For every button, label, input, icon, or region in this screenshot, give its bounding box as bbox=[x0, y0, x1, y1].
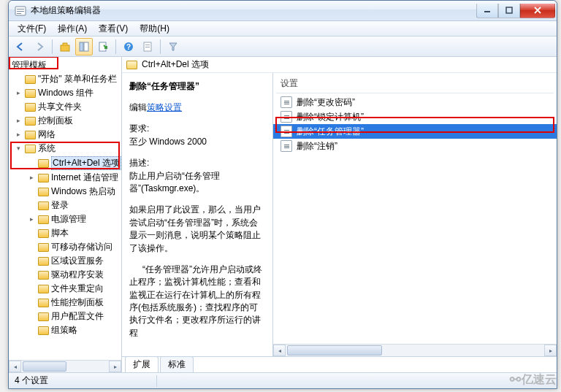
expander-closed-icon[interactable]: ▸ bbox=[28, 173, 36, 181]
svg-rect-1 bbox=[17, 9, 24, 9]
svg-text:?: ? bbox=[126, 43, 131, 51]
tree-item[interactable]: 登录 bbox=[9, 199, 121, 212]
tree-item[interactable]: ▸Windows 组件 bbox=[9, 86, 121, 100]
right-header: Ctrl+Alt+Del 选项 bbox=[122, 57, 557, 73]
tab-standard[interactable]: 标准 bbox=[160, 356, 194, 372]
tree-item[interactable]: 文件夹重定向 bbox=[9, 282, 121, 296]
close-button[interactable] bbox=[520, 4, 555, 18]
menu-view[interactable]: 查看(V) bbox=[93, 21, 134, 36]
scroll-right-button[interactable]: ▸ bbox=[544, 345, 557, 356]
menu-file[interactable]: 文件(F) bbox=[12, 21, 52, 36]
setting-item[interactable]: 删除“注销” bbox=[273, 139, 557, 153]
expander-closed-icon[interactable]: ▸ bbox=[15, 88, 23, 96]
tree-item[interactable]: 可移动存储访问 bbox=[9, 240, 121, 254]
tree-item[interactable]: ▸电源管理 bbox=[9, 212, 121, 226]
scroll-left-button[interactable]: ◂ bbox=[273, 345, 286, 356]
tree-item[interactable]: 区域设置服务 bbox=[9, 254, 121, 268]
folder-icon bbox=[38, 312, 49, 321]
folder-icon bbox=[38, 215, 49, 224]
show-hide-tree-button[interactable] bbox=[75, 38, 93, 55]
setting-item[interactable]: 删除“更改密码” bbox=[273, 95, 557, 109]
tree-header: 管理模板 bbox=[9, 58, 121, 72]
export-list-button[interactable] bbox=[94, 38, 112, 55]
tree-item[interactable]: ▸网络 bbox=[9, 128, 121, 142]
expander-closed-icon[interactable]: ▸ bbox=[15, 116, 23, 124]
up-button[interactable] bbox=[56, 38, 74, 55]
tree-item-label: 文件夹重定向 bbox=[51, 283, 104, 295]
tree-item-label: 脚本 bbox=[51, 227, 69, 239]
tree-item-label: Internet 通信管理 bbox=[51, 172, 118, 184]
tree-item-label: 电源管理 bbox=[51, 213, 86, 226]
folder-icon bbox=[25, 131, 36, 139]
forward-button[interactable] bbox=[31, 38, 48, 55]
tree-item-label: Windows 热启动 bbox=[51, 185, 115, 198]
window-title: 本地组策略编辑器 bbox=[31, 4, 476, 17]
toolbar: ? bbox=[9, 36, 557, 57]
tree-item[interactable]: 共享文件夹 bbox=[9, 100, 121, 114]
description-p3: “任务管理器”允许用户启动或终止程序；监视计算机性能；查看和监视正在运行在计算机… bbox=[129, 264, 265, 339]
scroll-thumb[interactable] bbox=[287, 345, 382, 356]
tab-extended[interactable]: 扩展 bbox=[125, 356, 159, 372]
folder-icon bbox=[38, 229, 49, 238]
status-separator bbox=[156, 375, 157, 387]
main-window: 本地组策略编辑器 文件(F) 操作(A) 查看(V) 帮助(H) ? 管理模板 … bbox=[8, 0, 557, 389]
expander-closed-icon[interactable]: ▸ bbox=[28, 215, 36, 223]
titlebar[interactable]: 本地组策略编辑器 bbox=[9, 1, 557, 21]
svg-rect-5 bbox=[506, 7, 512, 13]
expander-closed-icon[interactable]: ▸ bbox=[15, 130, 23, 138]
tree-scrollbar[interactable]: ◂ ▸ bbox=[9, 360, 121, 372]
content-body: 管理模板 "开始" 菜单和任务栏▸Windows 组件共享文件夹▸控制面板▸网络… bbox=[9, 57, 557, 372]
menu-help[interactable]: 帮助(H) bbox=[134, 21, 175, 36]
folder-icon bbox=[38, 299, 49, 307]
status-text: 4 个设置 bbox=[15, 374, 48, 387]
tree-item-label: 用户配置文件 bbox=[51, 310, 104, 323]
scroll-right-button[interactable]: ▸ bbox=[109, 361, 121, 372]
settings-list: 删除“更改密码”删除“锁定计算机”删除“任务管理器”删除“注销” bbox=[273, 95, 557, 153]
properties-button[interactable] bbox=[139, 38, 156, 55]
minimize-button[interactable] bbox=[476, 4, 498, 18]
policy-icon bbox=[280, 96, 292, 108]
setting-label: 删除“更改密码” bbox=[297, 96, 355, 109]
folder-icon bbox=[38, 159, 49, 168]
tree-item-label: 网络 bbox=[38, 128, 56, 141]
tree-item[interactable]: 组策略 bbox=[9, 323, 121, 337]
right-header-label: Ctrl+Alt+Del 选项 bbox=[142, 58, 209, 71]
svg-rect-2 bbox=[17, 11, 24, 12]
policy-title: 删除“任务管理器” bbox=[129, 80, 265, 93]
tree-item[interactable]: ▸Internet 通信管理 bbox=[9, 171, 121, 185]
tree-item[interactable]: ▸控制面板 bbox=[9, 114, 121, 128]
folder-icon bbox=[38, 188, 49, 196]
tree-item[interactable]: ▾系统 bbox=[9, 142, 121, 155]
tree-item-label: Ctrl+Alt+Del 选项 bbox=[51, 156, 121, 170]
scroll-thumb[interactable] bbox=[23, 361, 66, 372]
folder-icon bbox=[38, 326, 49, 335]
folder-icon bbox=[38, 257, 49, 266]
menu-action[interactable]: 操作(A) bbox=[52, 21, 93, 36]
setting-item[interactable]: 删除“任务管理器” bbox=[273, 124, 557, 139]
tree-item[interactable]: Windows 热启动 bbox=[9, 185, 121, 199]
tree-item-label: Windows 组件 bbox=[38, 87, 94, 99]
settings-scrollbar[interactable]: ◂ ▸ bbox=[273, 344, 557, 356]
tree-item[interactable]: 用户配置文件 bbox=[9, 310, 121, 323]
expander-open-icon[interactable]: ▾ bbox=[15, 144, 23, 152]
tree-item-label: 系统 bbox=[38, 142, 56, 155]
back-button[interactable] bbox=[12, 38, 29, 55]
requirement-label: 要求: bbox=[129, 123, 149, 134]
toolbar-separator bbox=[115, 39, 116, 54]
folder-icon bbox=[38, 243, 49, 252]
setting-item[interactable]: 删除“锁定计算机” bbox=[273, 109, 557, 124]
tree-item-label: 共享文件夹 bbox=[38, 101, 82, 113]
policy-icon bbox=[280, 140, 292, 152]
watermark-text: 亿速云 bbox=[522, 372, 557, 388]
filter-button[interactable] bbox=[164, 38, 182, 55]
tree-item[interactable]: 性能控制面板 bbox=[9, 296, 121, 310]
tree-item[interactable]: Ctrl+Alt+Del 选项 bbox=[9, 155, 121, 171]
tree-item-label: 控制面板 bbox=[38, 115, 73, 127]
maximize-button[interactable] bbox=[498, 4, 520, 18]
tree-item[interactable]: 脚本 bbox=[9, 226, 121, 240]
scroll-left-button[interactable]: ◂ bbox=[9, 361, 21, 372]
edit-policy-link[interactable]: 策略设置 bbox=[147, 102, 182, 112]
tree-item[interactable]: "开始" 菜单和任务栏 bbox=[9, 72, 121, 86]
help-button[interactable]: ? bbox=[120, 38, 137, 55]
tree-item[interactable]: 驱动程序安装 bbox=[9, 268, 121, 282]
